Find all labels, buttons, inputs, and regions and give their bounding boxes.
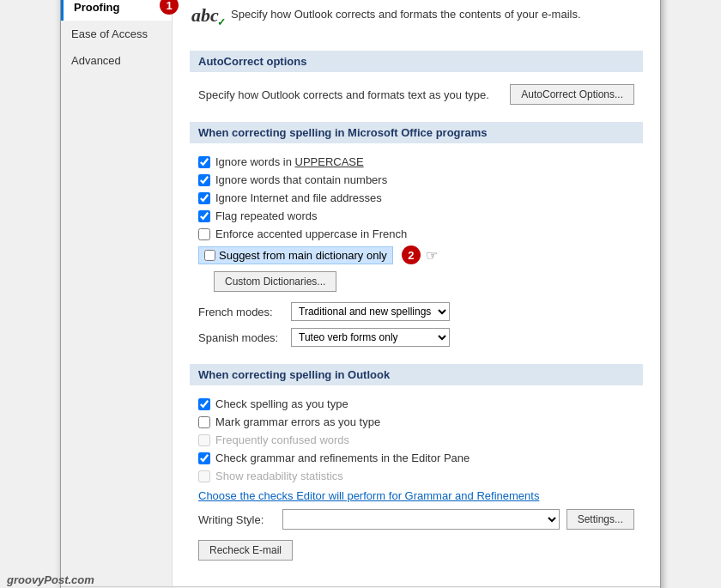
autocorrect-options-button[interactable]: AutoCorrect Options...	[510, 84, 634, 105]
settings-button[interactable]: Settings...	[566, 509, 634, 530]
custom-dictionaries-button[interactable]: Custom Dictionaries...	[214, 271, 336, 292]
watermark: groovyPost.com	[7, 573, 94, 586]
checkbox-ignore-numbers-input[interactable]	[198, 174, 210, 186]
checkbox-mark-grammar: Mark grammar errors as you type	[198, 415, 634, 428]
checkbox-ignore-internet-label: Ignore Internet and file addresses	[215, 191, 382, 204]
checkbox-frequently-confused-label: Frequently confused words	[215, 433, 349, 446]
french-modes-row: French modes: Traditional and new spelli…	[190, 299, 643, 324]
header-section: abc ✓ Specify how Outlook corrects and f…	[190, 4, 643, 37]
writing-style-row: Writing Style: Settings...	[190, 506, 643, 533]
grammar-refinements-link[interactable]: Choose the checks Editor will perform fo…	[190, 486, 643, 506]
checkbox-frequently-confused-input	[198, 434, 210, 446]
dialog-body: Proofing 1 Ease of Access Advanced abc ✓…	[61, 0, 660, 586]
checkbox-flag-repeated-label: Flag repeated words	[215, 209, 318, 222]
checkbox-frequently-confused: Frequently confused words	[198, 433, 634, 446]
sidebar-item-advanced[interactable]: Advanced	[61, 47, 172, 74]
uppercase-underline: UPPERCASE	[295, 155, 364, 168]
checkbox-suggest-main-label: Suggest from main dictionary only	[219, 249, 387, 262]
sidebar-item-ease-label: Ease of Access	[71, 27, 148, 40]
checkbox-ignore-numbers-label: Ignore words that contain numbers	[215, 173, 387, 186]
spanish-modes-label: Spanish modes:	[198, 331, 284, 344]
checkbox-check-spelling-input[interactable]	[198, 398, 210, 410]
checkbox-show-readability-input	[198, 470, 210, 482]
checkbox-suggest-main-input[interactable]	[204, 250, 215, 261]
checkbox-check-grammar: Check grammar and refinements in the Edi…	[198, 452, 634, 464]
suggest-main-highlight: Suggest from main dictionary only	[198, 246, 393, 264]
checkbox-enforce-accented-input[interactable]	[198, 228, 210, 240]
checkbox-mark-grammar-input[interactable]	[198, 416, 210, 428]
main-content: abc ✓ Specify how Outlook corrects and f…	[173, 0, 660, 586]
recheck-row: Recheck E-mail	[190, 533, 643, 567]
checkbox-show-readability-label: Show readability statistics	[215, 470, 343, 482]
writing-style-select[interactable]	[282, 509, 560, 530]
french-modes-select[interactable]: Traditional and new spellings Traditiona…	[291, 302, 450, 321]
checkbox-enforce-accented-label: Enforce accented uppercase in French	[215, 227, 407, 240]
custom-dict-row: Custom Dictionaries...	[190, 268, 643, 299]
spelling-ms-section-header: When correcting spelling in Microsoft Of…	[190, 122, 643, 143]
checkbox-check-spelling: Check spelling as you type	[198, 397, 634, 410]
checkbox-ignore-uppercase: Ignore words in UPPERCASE	[198, 155, 634, 168]
checkbox-check-grammar-label: Check grammar and refinements in the Edi…	[215, 452, 470, 464]
checkbox-show-readability: Show readability statistics	[198, 470, 634, 482]
autocorrect-description: Specify how Outlook corrects and formats…	[198, 88, 489, 101]
checkbox-ignore-uppercase-label: Ignore words in UPPERCASE	[215, 155, 364, 168]
checkbox-flag-repeated-input[interactable]	[198, 210, 210, 222]
cursor-pointer-icon: ☞	[426, 247, 438, 264]
autocorrect-section-header: AutoCorrect options	[190, 51, 643, 72]
sidebar: Proofing 1 Ease of Access Advanced	[61, 0, 173, 586]
spelling-outlook-section-header: When correcting spelling in Outlook	[190, 364, 643, 385]
spanish-modes-row: Spanish modes: Tuteo verb forms only Vos…	[190, 324, 643, 350]
sidebar-item-proofing[interactable]: Proofing 1	[61, 0, 172, 21]
abc-text: abc	[191, 4, 219, 26]
recheck-button[interactable]: Recheck E-mail	[198, 540, 293, 561]
editor-options-dialog: Editor Options ? ✕ Proofing 1 Ease of Ac…	[60, 0, 661, 588]
spelling-outlook-content: Check spelling as you type Mark grammar …	[190, 394, 643, 573]
checkbox-ignore-uppercase-input[interactable]	[198, 156, 210, 168]
sidebar-item-proofing-label: Proofing	[74, 1, 119, 14]
checkbox-flag-repeated: Flag repeated words	[198, 209, 634, 222]
checkbox-mark-grammar-label: Mark grammar errors as you type	[215, 415, 380, 428]
autocorrect-row: Specify how Outlook corrects and formats…	[190, 81, 643, 113]
checkbox-ignore-internet-input[interactable]	[198, 192, 210, 204]
checkbox-check-spelling-label: Check spelling as you type	[215, 397, 348, 410]
sidebar-item-advanced-label: Advanced	[71, 54, 121, 67]
spelling-outlook-checkboxes: Check spelling as you type Mark grammar …	[190, 394, 643, 486]
badge-2: 2	[402, 246, 421, 264]
header-description: Specify how Outlook corrects and formats…	[231, 4, 581, 21]
spanish-modes-select[interactable]: Tuteo verb forms only Voseo verb forms o…	[291, 328, 450, 347]
sidebar-item-ease[interactable]: Ease of Access	[61, 21, 172, 47]
checkbox-suggest-main-row: Suggest from main dictionary only 2 ☞	[198, 246, 634, 264]
spelling-ms-checkboxes: Ignore words in UPPERCASE Ignore words t…	[190, 152, 643, 268]
checkmark-icon: ✓	[217, 16, 226, 28]
checkbox-check-grammar-input[interactable]	[198, 452, 210, 464]
spelling-ms-content: Ignore words in UPPERCASE Ignore words t…	[190, 152, 643, 355]
writing-style-label: Writing Style:	[198, 513, 276, 526]
checkbox-ignore-internet: Ignore Internet and file addresses	[198, 191, 634, 204]
checkbox-ignore-numbers: Ignore words that contain numbers	[198, 173, 634, 186]
checkbox-enforce-accented: Enforce accented uppercase in French	[198, 227, 634, 240]
french-modes-label: French modes:	[198, 306, 284, 318]
